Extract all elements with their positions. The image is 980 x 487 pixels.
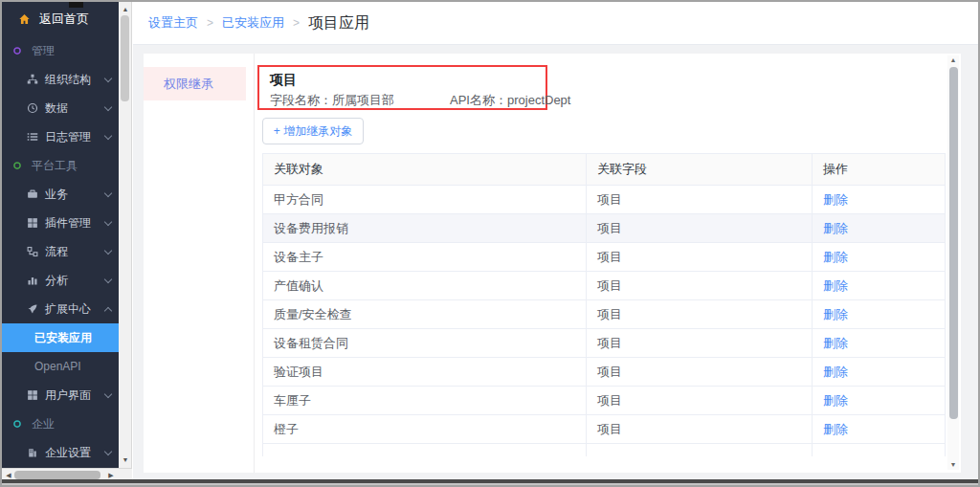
table-row-partial xyxy=(263,444,945,456)
sidebar-item[interactable]: 用户界面 xyxy=(2,381,119,410)
delete-link[interactable]: 删除 xyxy=(823,364,848,381)
sidebar-item[interactable]: 业务 xyxy=(2,180,119,209)
cell-actions: 删除 xyxy=(813,329,945,357)
table-row: 设备租赁合同项目删除 xyxy=(263,329,945,358)
inherit-objects-table: 关联对象 关联字段 操作 甲方合同项目删除设备费用报销项目删除设备主子项目删除产… xyxy=(262,153,946,456)
cell-related-object: 橙子 xyxy=(263,415,587,443)
page-title: 项目应用 xyxy=(308,13,369,33)
sidebar-item-label: 企业 xyxy=(32,416,55,432)
delete-link[interactable]: 删除 xyxy=(823,335,848,352)
breadcrumb-link-settings-home[interactable]: 设置主页 xyxy=(148,14,198,32)
org-structure-icon xyxy=(26,74,38,86)
content-card: 权限继承 项目 字段名称：所属项目部API名称：projectDept + 增加… xyxy=(144,54,961,473)
table-row: 橙子项目删除 xyxy=(263,415,945,444)
sidebar-item-label: 企业设置 xyxy=(45,445,91,461)
home-icon xyxy=(18,13,31,26)
sidebar-home-label: 返回首页 xyxy=(39,11,89,28)
cell-related-field: 项目 xyxy=(587,243,813,271)
table-row: 质量/安全检查项目删除 xyxy=(263,300,945,329)
sidebar-item[interactable]: 扩展中心 xyxy=(2,295,119,323)
delete-link[interactable]: 删除 xyxy=(823,392,848,410)
delete-link[interactable]: 删除 xyxy=(823,421,848,438)
delete-link[interactable]: 删除 xyxy=(823,306,848,323)
cell-related-object: 验证项目 xyxy=(263,358,587,386)
cell-related-field: 项目 xyxy=(587,329,813,357)
field-name-value: 所属项目部 xyxy=(332,93,394,107)
sidebar-item-label: 已安装应用 xyxy=(34,330,92,346)
cell-actions: 删除 xyxy=(813,300,945,328)
table-cell xyxy=(263,444,587,456)
delete-link[interactable]: 删除 xyxy=(823,249,848,266)
scroll-up-icon[interactable]: ▲ xyxy=(947,55,959,65)
sidebar-item-label: 组织结构 xyxy=(45,72,91,88)
window-top-notch xyxy=(69,2,83,8)
chevron-down-icon xyxy=(104,132,112,140)
expand-center-icon xyxy=(26,303,38,316)
sidebar: 返回首页 管理组织结构数据日志管理平台工具业务插件管理流程分析扩展中心已安装应用… xyxy=(2,2,119,468)
cell-related-field: 项目 xyxy=(587,415,813,443)
sidebar-vertical-scrollbar[interactable]: ▲ ▼ xyxy=(119,2,132,468)
sidebar-section-label: 企业 xyxy=(2,410,119,438)
sidebar-item[interactable]: OpenAPI xyxy=(2,352,119,381)
cell-actions: 删除 xyxy=(813,415,945,443)
cell-actions: 删除 xyxy=(813,358,945,386)
sidebar-item-home[interactable]: 返回首页 xyxy=(2,2,119,36)
sidebar-item[interactable]: 数据 xyxy=(2,94,119,122)
sidebar-item[interactable]: 流程 xyxy=(2,237,119,266)
field-meta: 字段名称：所属项目部API名称：projectDept xyxy=(270,92,570,109)
delete-link[interactable]: 删除 xyxy=(823,191,848,209)
cell-related-field: 项目 xyxy=(587,272,813,299)
tab-permission-inheritance[interactable]: 权限继承 xyxy=(144,67,246,100)
log-list-icon xyxy=(26,131,38,144)
sidebar-item-label: 业务 xyxy=(45,187,68,203)
cell-actions: 删除 xyxy=(813,272,945,299)
briefcase-icon xyxy=(26,188,38,201)
sidebar-item[interactable]: 企业设置 xyxy=(2,438,119,467)
sidebar-item-label: 数据 xyxy=(45,100,68,117)
circle-green-icon xyxy=(11,160,23,172)
sidebar-item[interactable]: 日志管理 xyxy=(2,122,119,151)
sidebar-item[interactable]: 组织结构 xyxy=(2,65,119,94)
table-row: 甲方合同项目删除 xyxy=(263,186,945,214)
add-inherit-object-button[interactable]: + 增加继承对象 xyxy=(262,118,364,144)
sidebar-item[interactable]: 插件管理 xyxy=(2,209,119,237)
table-body: 甲方合同项目删除设备费用报销项目删除设备主子项目删除产值确认项目删除质量/安全检… xyxy=(263,186,945,444)
sidebar-menu: 管理组织结构数据日志管理平台工具业务插件管理流程分析扩展中心已安装应用OpenA… xyxy=(2,36,119,467)
circle-teal-icon xyxy=(11,418,23,431)
sidebar-item[interactable]: 已安装应用 xyxy=(2,323,119,352)
sidebar-item[interactable]: 分析 xyxy=(2,266,119,295)
cell-related-object: 设备主子 xyxy=(263,243,587,271)
sidebar-item-label: 管理 xyxy=(32,43,55,59)
scroll-down-icon[interactable]: ▼ xyxy=(119,454,132,466)
breadcrumb-link-installed-apps[interactable]: 已安装应用 xyxy=(222,14,284,32)
sidebar-item-label: 扩展中心 xyxy=(45,301,91,318)
content-vertical-scrollbar[interactable]: ▲ ▼ xyxy=(947,55,959,470)
breadcrumb-separator: > xyxy=(293,16,300,30)
scroll-up-icon[interactable]: ▲ xyxy=(119,4,132,15)
scrollbar-thumb[interactable] xyxy=(121,15,129,101)
column-header-related-object: 关联对象 xyxy=(263,154,587,185)
field-highlight-box: 项目 字段名称：所属项目部API名称：projectDept xyxy=(257,65,547,110)
building-icon xyxy=(26,447,38,459)
cell-related-field: 项目 xyxy=(587,300,813,328)
chevron-up-icon xyxy=(104,307,112,315)
cell-actions: 删除 xyxy=(813,387,945,414)
table-row: 设备费用报销项目删除 xyxy=(263,214,945,243)
delete-link[interactable]: 删除 xyxy=(823,277,848,295)
delete-link[interactable]: 删除 xyxy=(823,220,848,237)
scroll-down-icon[interactable]: ▼ xyxy=(947,460,959,470)
plugin-grid-icon xyxy=(26,217,38,230)
api-name-value: projectDept xyxy=(507,93,570,107)
chevron-down-icon xyxy=(104,247,112,255)
table-cell xyxy=(587,444,813,456)
cell-related-field: 项目 xyxy=(587,387,813,414)
table-cell xyxy=(813,444,945,456)
scrollbar-thumb[interactable] xyxy=(14,471,100,479)
flow-icon xyxy=(26,246,38,258)
window-bottom-edge xyxy=(2,479,978,485)
scrollbar-thumb[interactable] xyxy=(949,67,958,419)
chevron-down-icon xyxy=(104,218,112,226)
chevron-down-icon xyxy=(104,75,112,82)
cell-actions: 删除 xyxy=(813,214,945,242)
field-name-label: 字段名称： xyxy=(270,93,332,107)
